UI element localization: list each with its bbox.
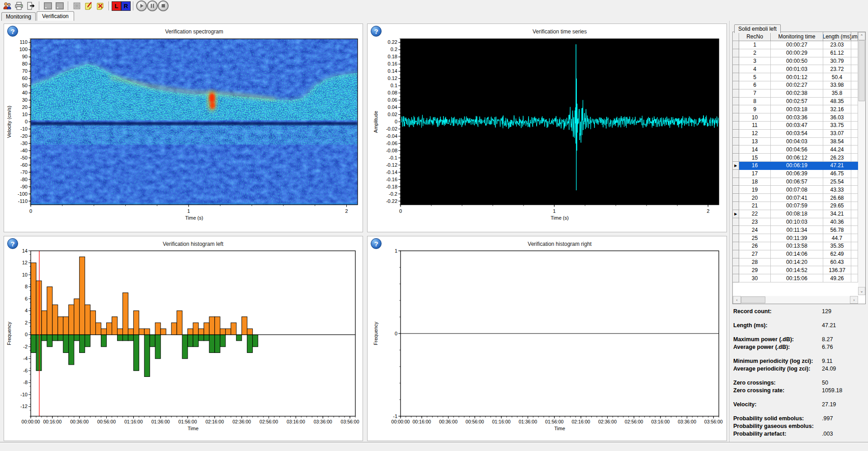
row-selector-cell[interactable] xyxy=(733,250,739,258)
row-selector-cell[interactable] xyxy=(733,81,739,89)
table-row[interactable]: 600:02:2733.98 xyxy=(733,81,858,89)
row-selector-cell[interactable] xyxy=(733,41,739,49)
table-cell[interactable]: 00:10:03 xyxy=(771,218,823,226)
table-row[interactable]: 2300:10:0340.36 xyxy=(733,218,858,226)
table-cell[interactable] xyxy=(851,138,858,146)
table-cell[interactable] xyxy=(851,65,858,73)
table-cell[interactable] xyxy=(851,170,858,178)
table-cell[interactable]: 48.35 xyxy=(823,98,851,106)
table-cell[interactable]: 00:08:18 xyxy=(771,210,823,218)
table-cell[interactable] xyxy=(851,105,858,113)
stamp-button[interactable] xyxy=(71,1,82,11)
table-row[interactable]: 1700:06:3946.75 xyxy=(733,170,858,178)
row-selector-cell[interactable] xyxy=(733,65,739,73)
row-selector-cell[interactable] xyxy=(733,98,739,106)
table-cell[interactable]: 00:00:29 xyxy=(771,49,823,57)
table-cell[interactable]: 23.03 xyxy=(823,41,851,49)
table-cell[interactable]: 00:06:19 xyxy=(771,162,823,170)
table-cell[interactable]: 23.72 xyxy=(823,65,851,73)
table-cell[interactable]: 15 xyxy=(739,154,771,162)
table-cell[interactable] xyxy=(851,41,858,49)
table-row[interactable]: ▶2200:08:1834.21 xyxy=(733,210,858,218)
table-cell[interactable]: 28 xyxy=(739,258,771,267)
row-marker-icon[interactable]: ▶ xyxy=(733,210,739,218)
table-cell[interactable]: 00:11:39 xyxy=(771,234,823,242)
table-row[interactable]: 2600:13:5835.35 xyxy=(733,242,858,250)
table-cell[interactable] xyxy=(851,89,858,98)
export-button[interactable] xyxy=(25,1,36,11)
table-cell[interactable]: 44.7 xyxy=(823,234,851,242)
stop-button[interactable] xyxy=(158,0,169,11)
table-cell[interactable]: 00:14:52 xyxy=(771,266,823,274)
table-cell[interactable]: 00:07:41 xyxy=(771,194,823,202)
table-cell[interactable] xyxy=(851,178,858,186)
table-cell[interactable]: 44.24 xyxy=(823,146,851,154)
row-selector-cell[interactable] xyxy=(733,146,739,154)
table-cell[interactable]: 34.21 xyxy=(823,210,851,218)
table-cell[interactable]: 00:15:06 xyxy=(771,274,823,282)
table-cell[interactable]: 00:06:12 xyxy=(771,154,823,162)
help-icon[interactable]: ? xyxy=(371,238,382,249)
table-cell[interactable]: 33.75 xyxy=(823,122,851,130)
table-cell[interactable]: 26 xyxy=(739,242,771,250)
table-cell[interactable]: 00:03:47 xyxy=(771,122,823,130)
table-cell[interactable]: 49.26 xyxy=(823,274,851,282)
table-cell[interactable]: 26.68 xyxy=(823,194,851,202)
table-cell[interactable]: 00:03:54 xyxy=(771,130,823,138)
table-cell[interactable]: 11 xyxy=(739,122,771,130)
table-cell[interactable]: 32.16 xyxy=(823,105,851,113)
table-cell[interactable]: 24 xyxy=(739,226,771,234)
table-cell[interactable]: 18 xyxy=(739,178,771,186)
table-cell[interactable]: 2 xyxy=(739,49,771,57)
table-cell[interactable]: 00:03:18 xyxy=(771,105,823,113)
row-selector-cell[interactable] xyxy=(733,226,739,234)
table-cell[interactable]: 14 xyxy=(739,146,771,154)
table-row[interactable]: 1200:03:5433.07 xyxy=(733,130,858,138)
table-cell[interactable]: 00:01:03 xyxy=(771,65,823,73)
table-cell[interactable] xyxy=(851,218,858,226)
table-row[interactable]: 900:03:1832.16 xyxy=(733,105,858,113)
horizontal-scrollbar[interactable]: ‹› xyxy=(733,296,858,304)
table-cell[interactable]: 00:04:03 xyxy=(771,138,823,146)
table-cell[interactable] xyxy=(851,258,858,267)
row-selector-cell[interactable] xyxy=(733,234,739,242)
table-cell[interactable]: 00:04:56 xyxy=(771,146,823,154)
table-cell[interactable] xyxy=(851,154,858,162)
table-cell[interactable]: 21 xyxy=(739,202,771,210)
emboli-table-tab[interactable]: Solid emboli left xyxy=(734,24,781,33)
table-cell[interactable]: 00:14:06 xyxy=(771,250,823,258)
row-selector-cell[interactable] xyxy=(733,186,739,194)
table-cell[interactable]: 3 xyxy=(739,57,771,66)
table-cell[interactable]: 5 xyxy=(739,73,771,81)
table-cell[interactable] xyxy=(851,73,858,81)
row-selector-cell[interactable] xyxy=(733,130,739,138)
table-cell[interactable]: 20 xyxy=(739,194,771,202)
table-cell[interactable]: 43.33 xyxy=(823,186,851,194)
table-cell[interactable]: 27 xyxy=(739,250,771,258)
row-selector-cell[interactable] xyxy=(733,258,739,267)
table-row[interactable]: ▶1600:06:1947.21 xyxy=(733,162,858,170)
table-cell[interactable]: 00:00:50 xyxy=(771,57,823,66)
right-channel-button[interactable]: R xyxy=(121,1,131,11)
row-selector-cell[interactable] xyxy=(733,113,739,122)
row-selector-cell[interactable] xyxy=(733,266,739,274)
row-selector-cell[interactable] xyxy=(733,49,739,57)
table-row[interactable]: 2800:14:2060.43 xyxy=(733,258,858,267)
table-cell[interactable]: 00:03:36 xyxy=(771,113,823,122)
table-cell[interactable]: 23 xyxy=(739,218,771,226)
scroll-right-icon[interactable]: › xyxy=(850,296,858,304)
table-cell[interactable] xyxy=(851,250,858,258)
table-cell[interactable]: 61.12 xyxy=(823,49,851,57)
row-selector-cell[interactable] xyxy=(733,218,739,226)
row-marker-icon[interactable]: ▶ xyxy=(733,162,739,170)
table-row[interactable]: 100:00:2723.03 xyxy=(733,41,858,49)
table-cell[interactable]: 6 xyxy=(739,81,771,89)
table-cell[interactable]: 00:07:59 xyxy=(771,202,823,210)
table-cell[interactable] xyxy=(851,113,858,122)
users-button[interactable] xyxy=(2,1,13,11)
table-cell[interactable]: 00:07:08 xyxy=(771,186,823,194)
table-cell[interactable] xyxy=(851,202,858,210)
table-cell[interactable]: 47.21 xyxy=(823,162,851,170)
table-cell[interactable]: 9 xyxy=(739,105,771,113)
table-cell[interactable]: 00:02:38 xyxy=(771,89,823,98)
